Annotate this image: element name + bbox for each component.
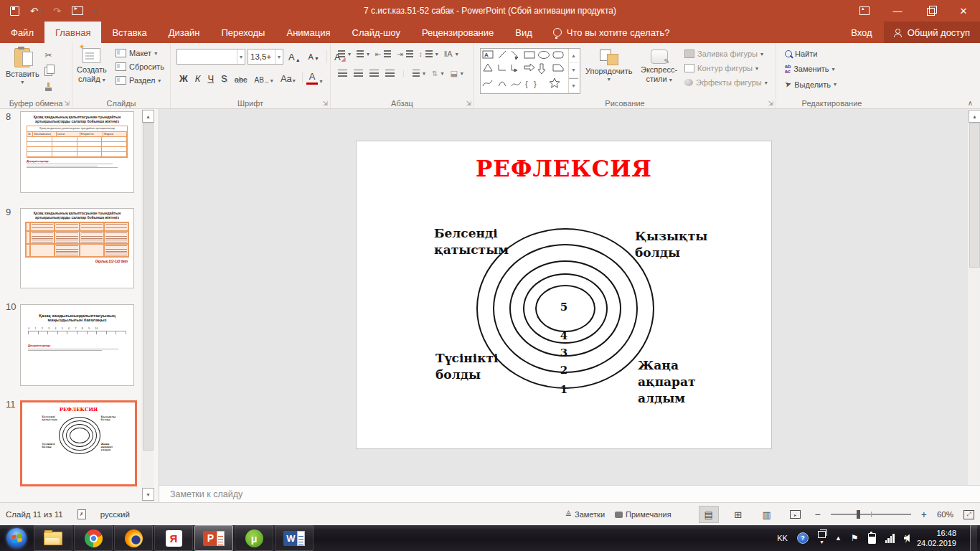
bullets-button[interactable]: ▾: [338, 50, 351, 58]
copy-button[interactable]: [44, 67, 52, 76]
slide-label-bottom-left[interactable]: Түсінікті болды: [435, 350, 504, 383]
font-dialog-launcher[interactable]: ⇲: [322, 100, 328, 107]
slide-counter[interactable]: Слайд 11 из 11: [6, 510, 63, 519]
tab-insert[interactable]: Вставка: [101, 22, 157, 43]
line-spacing-button[interactable]: ↕▾: [419, 50, 438, 58]
align-left-button[interactable]: [338, 70, 347, 77]
shapes-scroll-up-icon[interactable]: ▲: [569, 49, 578, 63]
underline-button[interactable]: Ч: [204, 72, 217, 85]
action-center-flag-icon[interactable]: ⚑: [851, 533, 859, 543]
cut-button[interactable]: ✂: [44, 50, 52, 60]
slide-sorter-view-button[interactable]: ⊞: [729, 507, 748, 522]
thumbnail-scrollbar[interactable]: ▲ ▼: [141, 109, 154, 502]
zoom-in-button[interactable]: +: [921, 509, 927, 520]
shapes-gallery-scroll[interactable]: ▲▼▼: [568, 49, 578, 93]
paste-button[interactable]: Вставить ▾: [6, 48, 39, 86]
show-desktop-button[interactable]: [970, 525, 977, 551]
tab-design[interactable]: Дизайн: [158, 22, 211, 43]
find-button[interactable]: Найти: [785, 50, 837, 58]
paragraph-dialog-launcher[interactable]: ⇲: [466, 100, 471, 107]
slide-label-top-right[interactable]: Қызықты болды: [635, 228, 703, 261]
taskbar-utorrent[interactable]: µ: [235, 525, 273, 551]
undo-button[interactable]: ↶▾: [30, 6, 42, 17]
reading-view-button[interactable]: ▥: [758, 507, 776, 522]
italic-button[interactable]: К: [192, 72, 204, 85]
thumbnail-scroll-down-button[interactable]: ▼: [142, 488, 154, 501]
justify-button[interactable]: [385, 70, 395, 77]
font-name-combo[interactable]: ▾: [176, 49, 245, 65]
zoom-level[interactable]: 60%: [937, 510, 953, 519]
slide-title[interactable]: РЕФЛЕКСИЯ: [357, 156, 771, 182]
slide-label-bottom-right[interactable]: Жаңа ақпарат алдым: [638, 357, 724, 407]
tab-view[interactable]: Вид: [504, 22, 543, 43]
taskbar-yandex[interactable]: Я: [154, 525, 193, 551]
select-button[interactable]: ➤Выделить▾: [785, 80, 837, 89]
shape-outline-button[interactable]: Контур фигуры▾: [684, 64, 768, 72]
thumbnail-slide-11[interactable]: РЕФЛЕКСИЯ Белсенді қатыстым Қызықты болд…: [20, 400, 137, 486]
collapse-ribbon-button[interactable]: ∧: [968, 99, 973, 107]
shrink-font-button[interactable]: A▼: [306, 52, 322, 62]
columns-button[interactable]: ▾: [413, 70, 425, 77]
notes-pane[interactable]: Заметки к слайду: [159, 485, 980, 502]
tell-me-box[interactable]: Что вы хотите сделать?: [543, 22, 680, 43]
taskbar-chrome[interactable]: [74, 525, 113, 551]
customize-qat-button[interactable]: ▾: [94, 8, 97, 14]
ribbon-display-options-button[interactable]: [848, 0, 881, 22]
font-size-combo[interactable]: 13,5+▾: [248, 49, 283, 65]
zoom-slider-thumb[interactable]: [857, 510, 860, 519]
start-button[interactable]: [0, 526, 33, 550]
redo-button[interactable]: ↷: [53, 6, 61, 17]
taskbar-word[interactable]: W: [275, 525, 314, 551]
font-color-dropdown[interactable]: ▾: [319, 78, 322, 85]
close-button[interactable]: ✕: [947, 0, 980, 22]
minimize-button[interactable]: —: [881, 0, 914, 22]
bold-button[interactable]: Ж: [176, 72, 191, 85]
slide-canvas[interactable]: РЕФЛЕКСИЯ 5 4 3 2 1 Белсенді қатыстым Қы…: [356, 141, 772, 449]
new-slide-button[interactable]: Создать слайд ▾: [77, 48, 107, 84]
quick-styles-button[interactable]: Экспресс- стили ▾: [641, 50, 677, 84]
align-text-button[interactable]: ⇅▾: [432, 70, 443, 77]
align-right-button[interactable]: [369, 70, 379, 77]
undo-dropdown-icon[interactable]: ▾: [39, 8, 42, 14]
grow-font-button[interactable]: A▲: [286, 51, 303, 63]
share-button[interactable]: Общий доступ: [884, 22, 980, 43]
network-signal-icon[interactable]: [885, 534, 895, 543]
clock[interactable]: 16:48 24.02.2019: [917, 528, 961, 549]
char-spacing-button[interactable]: АВ↔▾: [252, 75, 276, 85]
show-hidden-icons-button[interactable]: ▲: [835, 534, 842, 542]
language-switcher[interactable]: KK: [777, 534, 788, 542]
sign-in-button[interactable]: Вход: [839, 22, 883, 43]
taskbar-firefox[interactable]: [114, 525, 153, 551]
drawing-dialog-launcher[interactable]: ⇲: [768, 100, 773, 107]
slide-scrollbar-thumb[interactable]: [969, 123, 980, 268]
change-case-button[interactable]: Aa▾: [278, 72, 298, 85]
thumbnail-slide-10[interactable]: Қазақ хандығыныңқалыптасуының маңыздылығ…: [20, 304, 134, 386]
slide-area-scrollbar[interactable]: ▲: [968, 109, 980, 485]
volume-icon[interactable]: ): [904, 534, 908, 542]
tab-animations[interactable]: Анимация: [275, 22, 341, 43]
thumbnail-slide-9[interactable]: Қазақ хандығының қалыптасуынан туындайты…: [20, 208, 134, 288]
thumbnail-slide-8[interactable]: Қазақ хандығының қалыптасуынан туындайты…: [20, 111, 134, 193]
slideshow-view-button[interactable]: ▸: [786, 507, 805, 522]
comments-toggle-button[interactable]: Примечания: [615, 510, 672, 519]
convert-smartart-button[interactable]: ⬓▾: [450, 69, 463, 78]
text-direction-button[interactable]: ‖A▾: [444, 50, 458, 58]
shape-effects-button[interactable]: Эффекты фигуры▾: [684, 78, 768, 87]
tab-transitions[interactable]: Переходы: [210, 22, 275, 43]
tab-slideshow[interactable]: Слайд-шоу: [341, 22, 411, 43]
align-center-button[interactable]: [354, 70, 363, 77]
help-tray-icon[interactable]: ?: [797, 532, 809, 544]
thumbnail-scroll-up-button[interactable]: ▲: [142, 110, 154, 123]
arrange-button[interactable]: Упорядочить ▾: [585, 50, 632, 83]
normal-view-button[interactable]: ▤: [699, 506, 719, 523]
thumbnail-scrollbar-thumb[interactable]: [143, 123, 154, 451]
shape-fill-button[interactable]: Заливка фигуры▾: [684, 50, 768, 58]
decrease-indent-button[interactable]: ⇤: [375, 50, 391, 58]
language-indicator[interactable]: русский: [100, 510, 130, 519]
clipboard-dialog-launcher[interactable]: ⇲: [64, 100, 70, 107]
text-shadow-button[interactable]: S: [218, 72, 230, 85]
section-button[interactable]: Раздел▾: [116, 76, 164, 85]
reset-button[interactable]: Сбросить: [116, 62, 164, 71]
fit-slide-to-window-button[interactable]: [963, 510, 974, 519]
shapes-gallery[interactable]: A {: [480, 48, 580, 94]
